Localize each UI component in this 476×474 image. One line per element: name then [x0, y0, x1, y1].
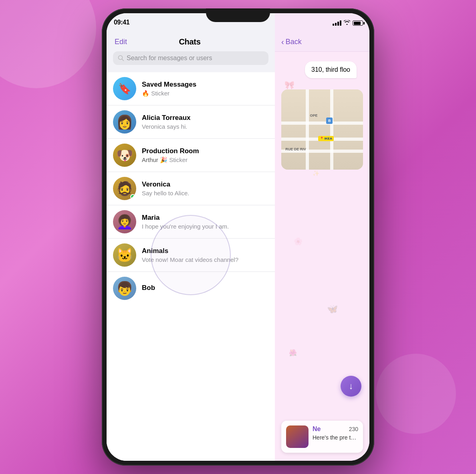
back-button[interactable]: ‹ Back: [281, 37, 363, 47]
avatar-emoji: 🐶: [116, 148, 133, 162]
list-item[interactable]: 🔖 Saved Messages 🔥 Sticker: [107, 72, 275, 105]
avatar: 🐶: [113, 144, 136, 167]
signal-bars-icon: [333, 20, 341, 26]
chat-content: Saved Messages 🔥 Sticker: [142, 81, 268, 97]
signal-bar-3: [337, 22, 339, 26]
bg-decoration-2: [376, 354, 456, 434]
avatar-emoji: 👩: [116, 115, 133, 129]
list-item[interactable]: 👩‍🦱 Maria I hope you're enjoying your I …: [107, 205, 275, 239]
avatar-emoji: 👩‍🦱: [116, 215, 133, 229]
map-road: [330, 89, 333, 170]
search-bar[interactable]: Search for messages or users: [113, 51, 268, 65]
map-label-rue: RUE DE RIV: [285, 147, 306, 151]
scroll-down-button[interactable]: ↓: [341, 376, 361, 397]
chat-content: Veronica Say hello to Alice.: [142, 180, 268, 196]
chat-name: Veronica: [142, 180, 268, 188]
chat-content: Bob: [142, 284, 268, 293]
message-bubble: 310, third floo: [305, 61, 357, 78]
map-marker-ikea: 📍 IKEA: [318, 136, 334, 141]
avatar: 🔖: [113, 77, 136, 100]
avatar: 👩: [113, 110, 136, 134]
map-label-ope: OPE: [310, 113, 317, 117]
chat-name: Production Room: [142, 147, 268, 155]
back-chevron-icon: ‹: [281, 37, 284, 47]
status-icons: [333, 20, 363, 26]
online-indicator: [130, 194, 135, 199]
signal-bar-4: [340, 20, 341, 26]
chats-panel: Edit Chats Search for messages or users: [107, 13, 275, 461]
message-sender: Arthur: [142, 156, 158, 163]
message-area: 310, third floo: [275, 52, 369, 86]
status-time: 09:41: [114, 19, 129, 26]
chat-name: Bob: [142, 284, 268, 292]
chat-message: Veronica says hi.: [142, 123, 268, 130]
avatar: 👦: [113, 277, 136, 300]
avatar-emoji: 🧔: [116, 182, 133, 195]
phone-screen: Edit Chats Search for messages or users: [107, 13, 369, 461]
chat-message: Say hello to Alice.: [142, 190, 268, 196]
list-item[interactable]: 👩 Alicia Torreaux Veronica says hi.: [107, 105, 275, 139]
preview-name: Ne: [313, 425, 321, 433]
chat-name: Alicia Torreaux: [142, 114, 268, 122]
map-container[interactable]: OPE B 📍 IKEA RUE DE RIV: [281, 89, 363, 170]
chat-list: 🔖 Saved Messages 🔥 Sticker 👩 Alicia Torr…: [107, 72, 275, 461]
bg-decoration-1: [0, 0, 96, 88]
wifi-icon: [344, 20, 350, 26]
map-marker-text: B: [328, 119, 331, 123]
map-road: [306, 89, 309, 170]
detail-panel: 🎀 💌 🌸 🦋 ✨ 🌺 ‹ Back 310, third floo: [275, 13, 369, 461]
preview-text-area: Ne 230 Here's the pre tommorow, al: [313, 425, 358, 441]
chat-content: Maria I hope you're enjoying your I am.: [142, 214, 268, 230]
chat-message: Arthur 🎉 Sticker: [142, 156, 268, 164]
preview-text: Here's the pre tommorow, al: [313, 434, 358, 441]
map-road: [281, 122, 363, 125]
bookmark-icon: 🔖: [118, 83, 131, 95]
battery-icon: [353, 20, 363, 26]
search-placeholder: Search for messages or users: [127, 55, 212, 62]
chats-title: Chats: [179, 37, 200, 47]
phone-frame: 09:41: [102, 8, 374, 466]
chat-message: Vote now! Moar cat videos channel?: [142, 256, 268, 263]
chat-content: Alicia Torreaux Veronica says hi.: [142, 114, 268, 130]
search-icon: [118, 55, 124, 61]
preview-count: 230: [349, 426, 358, 432]
notch: [206, 8, 270, 22]
map-background: OPE B 📍 IKEA RUE DE RIV: [281, 89, 363, 170]
message-text: 310, third floo: [311, 66, 350, 73]
chat-content: Animals Vote now! Moar cat videos channe…: [142, 247, 268, 263]
battery-fill: [354, 22, 361, 25]
chat-name: Animals: [142, 247, 268, 255]
signal-bar-2: [335, 23, 337, 26]
preview-header: Ne 230: [313, 425, 358, 433]
preview-card[interactable]: Ne 230 Here's the pre tommorow, al: [281, 421, 363, 453]
chat-name: Maria: [142, 214, 268, 222]
avatar-emoji: 👦: [116, 282, 133, 295]
preview-thumbnail: [286, 425, 309, 448]
chats-nav: Edit Chats: [107, 37, 275, 47]
map-ikea-text: IKEA: [325, 137, 332, 140]
svg-line-1: [122, 59, 124, 61]
chat-name: Saved Messages: [142, 81, 268, 89]
chat-content: Production Room Arthur 🎉 Sticker: [142, 147, 268, 164]
avatar: 🧔: [113, 177, 136, 200]
list-item[interactable]: 🐶 Production Room Arthur 🎉 Sticker: [107, 139, 275, 172]
signal-bar-1: [333, 24, 334, 26]
map-marker-blue: B: [326, 117, 333, 124]
list-item[interactable]: 🐱 Animals Vote now! Moar cat videos chan…: [107, 239, 275, 272]
back-label: Back: [286, 38, 302, 46]
list-item[interactable]: 🧔 Veronica Say hello to Alice.: [107, 172, 275, 205]
map-ikea-label: 📍: [320, 137, 324, 140]
chat-message: I hope you're enjoying your I am.: [142, 223, 268, 230]
list-item[interactable]: 👦 Bob: [107, 272, 275, 305]
chat-message: 🔥 Sticker: [142, 90, 268, 97]
battery-tip: [363, 22, 365, 24]
detail-content: 310, third floo OPE: [275, 52, 369, 461]
avatar: 👩‍🦱: [113, 210, 136, 233]
avatar: 🐱: [113, 243, 136, 267]
edit-button[interactable]: Edit: [115, 38, 127, 46]
avatar-emoji: 🐱: [116, 248, 133, 262]
scroll-down-icon: ↓: [349, 381, 353, 391]
